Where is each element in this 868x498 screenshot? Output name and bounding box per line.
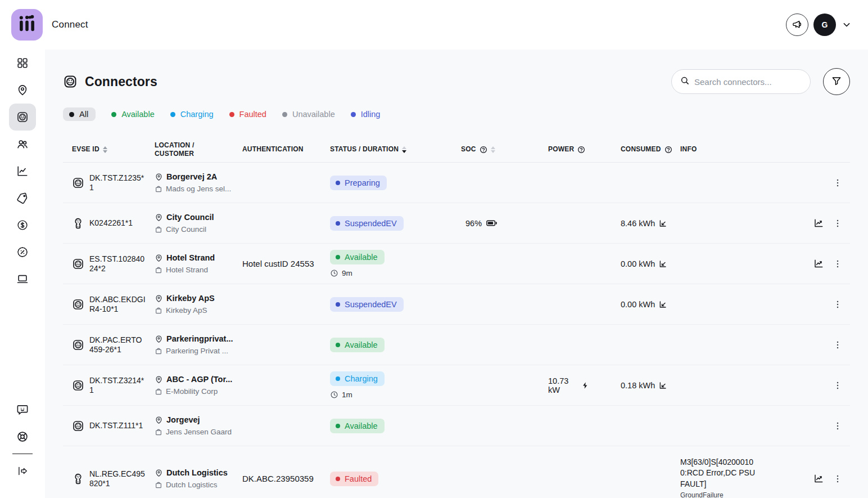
sidebar-item-terminal[interactable] bbox=[9, 266, 36, 293]
sidebar-item-payments[interactable] bbox=[9, 212, 36, 239]
info-cell: M3[63/0]S[402000100:RCD Error,DC PSU FAU… bbox=[680, 457, 757, 498]
clock-icon bbox=[330, 269, 338, 277]
evse-cell: DK.PAC.ERTO459-26*1 bbox=[72, 335, 155, 355]
connector-plug-icon bbox=[72, 217, 84, 230]
location-cell[interactable]: Parkeringprivat...Parkering Privat ... bbox=[155, 334, 242, 355]
row-menu-button[interactable] bbox=[833, 178, 842, 188]
sort-arrows-icon[interactable] bbox=[491, 146, 495, 153]
feedback-bubble-icon bbox=[16, 403, 29, 416]
filter-pill-available[interactable]: Available bbox=[111, 107, 155, 121]
location-line: Jorgevej bbox=[155, 415, 242, 424]
chevron-down-icon[interactable] bbox=[841, 19, 852, 30]
filter-pill-label: Available bbox=[121, 110, 155, 119]
table-row: K0242261*1City CouncilCity CouncilSuspen… bbox=[63, 203, 850, 244]
sidebar-item-help[interactable] bbox=[9, 423, 36, 450]
status-dot bbox=[336, 477, 340, 481]
row-chart-button[interactable] bbox=[813, 258, 824, 269]
location-cell[interactable]: Borgervej 2AMads og Jens sel... bbox=[155, 172, 242, 193]
column-header-evse[interactable]: EVSE ID bbox=[72, 145, 155, 154]
status-dot bbox=[336, 376, 340, 381]
status-dot bbox=[170, 112, 175, 117]
evse-cell: K0242261*1 bbox=[72, 217, 155, 230]
sidebar-item-feedback[interactable] bbox=[9, 396, 36, 423]
sort-arrows-icon[interactable] bbox=[103, 146, 107, 153]
column-label: CONSUMED bbox=[621, 145, 661, 154]
sidebar-item-connectors[interactable] bbox=[9, 104, 36, 131]
sidebar-item-tags[interactable] bbox=[9, 185, 36, 212]
location-name: Borgervej 2A bbox=[166, 172, 217, 181]
row-menu-button[interactable] bbox=[833, 218, 842, 228]
status-dot bbox=[229, 112, 234, 117]
filter-pill-label: All bbox=[79, 110, 88, 119]
location-cell[interactable]: Dutch LogisticsDutch Logistics bbox=[155, 468, 242, 489]
location-name: ABC - AGP (Tor... bbox=[166, 375, 232, 384]
connector-socket-icon bbox=[72, 339, 84, 351]
app-logo[interactable] bbox=[11, 9, 43, 41]
sidebar-item-dashboard[interactable] bbox=[9, 50, 36, 77]
customer-name: Jens Jensen Gaard bbox=[166, 428, 232, 436]
company-icon bbox=[155, 226, 162, 234]
company-icon bbox=[155, 481, 162, 489]
location-pin-icon bbox=[155, 416, 163, 424]
location-cell[interactable]: City CouncilCity Council bbox=[155, 213, 242, 234]
authentication-cell: DK.ABC.23950359 bbox=[242, 474, 330, 483]
row-menu-button[interactable] bbox=[833, 299, 842, 309]
status-badge: Available bbox=[330, 419, 385, 433]
filter-pill-all[interactable]: All bbox=[63, 107, 96, 121]
row-menu-button[interactable] bbox=[833, 474, 842, 484]
filter-pill-charging[interactable]: Charging bbox=[170, 107, 214, 121]
evse-id: K0242261*1 bbox=[89, 218, 146, 228]
search-input[interactable] bbox=[694, 77, 802, 87]
location-pin-icon bbox=[155, 375, 163, 384]
filter-button[interactable] bbox=[823, 68, 850, 95]
location-line: Dutch Logistics bbox=[155, 468, 242, 477]
status-cell: Preparing bbox=[330, 176, 461, 190]
row-chart-button[interactable] bbox=[813, 218, 824, 228]
status-cell: Available9m bbox=[330, 250, 461, 277]
row-menu-button[interactable] bbox=[833, 380, 842, 391]
row-menu-button[interactable] bbox=[833, 340, 842, 350]
location-pin-icon bbox=[155, 254, 163, 262]
location-line: Parkeringprivat... bbox=[155, 334, 242, 343]
filter-pill-idling[interactable]: Idling bbox=[351, 107, 381, 121]
filter-pill-faulted[interactable]: Faulted bbox=[229, 107, 266, 121]
laptop-icon bbox=[16, 273, 29, 285]
status-badge: Preparing bbox=[330, 176, 387, 190]
sidebar-item-logout[interactable] bbox=[9, 457, 36, 484]
row-menu-button[interactable] bbox=[833, 421, 842, 431]
status-cell: Charging1m bbox=[330, 371, 461, 399]
column-header-status[interactable]: STATUS / DURATION bbox=[330, 145, 461, 154]
announcements-button[interactable] bbox=[786, 14, 808, 36]
row-menu-button[interactable] bbox=[833, 259, 842, 269]
search-box bbox=[671, 69, 811, 94]
avatar[interactable]: G bbox=[813, 14, 836, 36]
row-chart-button[interactable] bbox=[813, 473, 824, 484]
evse-cell: ES.TST.10284024*2 bbox=[72, 254, 155, 273]
customer-line: Jens Jensen Gaard bbox=[155, 428, 242, 436]
sidebar-item-team[interactable] bbox=[9, 131, 36, 158]
location-cell[interactable]: JorgevejJens Jensen Gaard bbox=[155, 415, 242, 436]
location-cell[interactable]: Kirkeby ApSKirkeby ApS bbox=[155, 294, 242, 315]
column-label: INFO bbox=[680, 145, 697, 154]
customer-name: Dutch Logistics bbox=[166, 481, 218, 489]
customer-name: Mads og Jens sel... bbox=[166, 185, 231, 193]
sidebar-item-discounts[interactable] bbox=[9, 239, 36, 266]
column-label: STATUS / DURATION bbox=[330, 145, 399, 154]
trend-down-icon bbox=[658, 259, 667, 268]
consumed-value: 8.46 kWh bbox=[621, 219, 655, 228]
sort-arrows-icon[interactable] bbox=[402, 146, 406, 153]
column-header-consumed: CONSUMED bbox=[621, 145, 680, 154]
status-dot bbox=[111, 112, 116, 117]
table-row: DK.ABC.EKDGIR4-10*1Kirkeby ApSKirkeby Ap… bbox=[63, 284, 850, 325]
evse-id: NL.REG.EC495820*1 bbox=[89, 469, 146, 488]
sidebar-item-insights[interactable] bbox=[9, 158, 36, 185]
location-cell[interactable]: ABC - AGP (Tor...E-Mobility Corp bbox=[155, 375, 242, 396]
column-header-soc[interactable]: SOC bbox=[461, 145, 548, 154]
status-dot bbox=[336, 424, 340, 428]
sidebar-item-locations[interactable] bbox=[9, 77, 36, 104]
filter-pill-unavailable[interactable]: Unavailable bbox=[282, 107, 335, 121]
status-label: Charging bbox=[345, 374, 378, 383]
trend-down-icon bbox=[658, 381, 667, 390]
location-cell[interactable]: Hotel StrandHotel Strand bbox=[155, 253, 242, 274]
chart-action-icon bbox=[813, 473, 824, 484]
